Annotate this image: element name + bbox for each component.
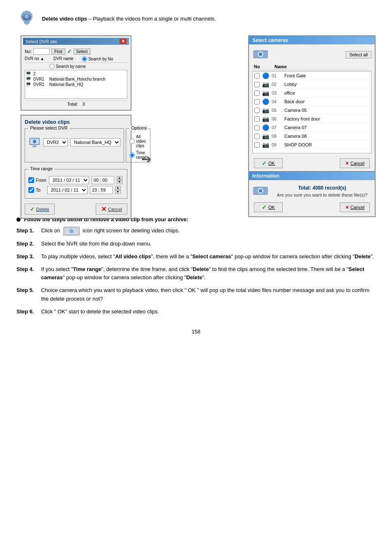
cam-checkbox-08[interactable]: [254, 134, 260, 139]
monitor-icon-dvr2: 🖥️: [26, 82, 31, 87]
step4: Step 4. If you select "Time range", dete…: [16, 265, 376, 283]
col-dvr-no: DVR no ▲: [25, 56, 45, 62]
svg-point-10: [259, 53, 262, 56]
from-time-input[interactable]: [92, 176, 114, 184]
info-ok-button[interactable]: ✓ OK: [254, 202, 283, 212]
cameras-top-row: Select all: [252, 49, 371, 61]
cam-name-09: SHOP DOOR: [284, 142, 369, 147]
cam-checkbox-01[interactable]: [254, 73, 260, 79]
cam-name-04: Back door: [284, 99, 369, 104]
cam-checkbox-07[interactable]: [254, 125, 260, 130]
dvr-list-item: 🖥️ DVR2 National Bank_HQ: [26, 82, 126, 87]
camera-table-header: No Name: [252, 63, 371, 70]
to-time-input[interactable]: [90, 186, 113, 194]
no-input[interactable]: [33, 48, 50, 55]
cam-name-05: Camera 05: [284, 108, 369, 113]
cameras-icon: [252, 49, 269, 61]
cancel-x-icon: ✕: [101, 205, 106, 213]
delete-dialog-buttons: ✓ Delete ✕ Cancel: [23, 202, 129, 216]
from-time-spinner[interactable]: ▲ ▼: [117, 176, 122, 184]
camera-row: 📷 05 Camera 05: [253, 106, 371, 115]
select-all-button[interactable]: Select all: [346, 51, 371, 58]
check-icon: ✓: [67, 48, 72, 55]
from-date-select[interactable]: 2011 / 02 / 11: [49, 176, 89, 184]
time-range-legend: Time range: [28, 166, 54, 171]
cam-checkbox-06[interactable]: [254, 116, 260, 122]
search-by-name-radio[interactable]: Search by name: [25, 64, 127, 69]
dvr-select-close[interactable]: ✕: [120, 39, 127, 44]
to-date-select[interactable]: 2011 / 02 / 11: [47, 186, 88, 194]
camera-row: 📷 08 Camera 08: [253, 132, 371, 141]
cam-no-02: 02: [272, 82, 282, 87]
info-cancel-button[interactable]: ✕ Cancel: [340, 202, 370, 212]
dvr-list-item: 🖥️ DVR1 National Bank_Hsinchu branch: [26, 76, 126, 82]
cam-icon-04: 🔵: [262, 98, 269, 105]
cameras-ok-cancel: ✓ OK ✕ Cancel: [252, 157, 371, 170]
col-name-header: Name: [274, 64, 287, 69]
dvr-total: Total: 3: [25, 100, 127, 107]
cameras-content: Select all No Name 🔵 01 Front Gate: [249, 47, 375, 171]
dvr-search-row: No: Find ✓ Select: [25, 48, 127, 55]
cam-name-08: Camera 08: [284, 134, 369, 139]
cam-icon-08: 📷: [262, 133, 269, 139]
cam-icon-05: 📷: [262, 107, 269, 114]
camera-row: 🔵 04 Back door: [253, 97, 371, 106]
info-cancel-x-icon: ✕: [345, 205, 349, 210]
camera-row: 📷 06 Factory front door: [253, 115, 371, 123]
delete-button[interactable]: ✓ Delete: [25, 204, 55, 215]
cam-checkbox-02[interactable]: [254, 82, 260, 87]
dvr-name-select[interactable]: DVR2: [43, 138, 68, 146]
cam-checkbox-03[interactable]: [254, 90, 260, 96]
camera-row: 📷 09 SHOP DOOR: [253, 141, 371, 149]
cameras-titlebar: Select cameras: [249, 36, 375, 44]
delete-dialog: Delete video clips Please select DVR: [21, 115, 131, 219]
cam-icon-07: 🔵: [262, 124, 269, 131]
dvr-select-content: No: Find ✓ Select DVR no ▲ DVR name S: [23, 46, 129, 108]
cam-icon-02: 📷: [262, 81, 269, 88]
cameras-ok-button[interactable]: ✓ OK: [254, 158, 283, 168]
info-content: Total: 4080 record(s) Are you sure you w…: [249, 183, 375, 216]
step2: Step 2. Select the NVR site from the dro…: [16, 240, 376, 248]
info-titlebar: Information: [249, 172, 375, 180]
header: Delete video clips – Playback the videos…: [16, 8, 376, 29]
to-time-spinner[interactable]: ▲ ▼: [115, 186, 121, 194]
dvr-device-icon: [28, 136, 41, 148]
cameras-cancel-button[interactable]: ✕ Cancel: [340, 158, 370, 168]
cam-checkbox-04[interactable]: [254, 99, 260, 104]
cam-icon-06: 📷: [262, 116, 269, 122]
dvr-list[interactable]: 🖥️ 2 🖥️ DVR1 National Bank_Hsinchu branc…: [25, 70, 127, 99]
svg-point-6: [33, 140, 36, 143]
all-video-clips-radio[interactable]: All video clips: [129, 134, 147, 148]
cam-checkbox-05[interactable]: [254, 108, 260, 113]
time-range-radio[interactable]: Time range: [129, 151, 147, 160]
cam-name-07: Camera 07: [284, 125, 369, 130]
delete-cancel-button[interactable]: ✕ Cancel: [96, 204, 127, 215]
from-row: From 2011 / 02 / 11 ▲ ▼: [28, 176, 124, 184]
info-text-block: Total: 4080 record(s) Are you sure you w…: [273, 185, 371, 197]
select-button[interactable]: Select: [74, 49, 91, 55]
cam-icon-01: 🔵: [262, 72, 269, 79]
find-button[interactable]: Find: [51, 49, 65, 55]
step1-num: Step 1.: [16, 227, 41, 236]
step6-text: Click " OK" start to delete the selected…: [41, 308, 376, 316]
step3: Step 3. To play multiple videos, select …: [16, 253, 376, 261]
monitor-icon-2: 🖥️: [26, 72, 31, 76]
app-icon: [16, 8, 37, 29]
step6-num: Step 6.: [16, 308, 41, 316]
dvr-location-select[interactable]: National Bank_HQ: [70, 138, 120, 146]
search-by-no-radio[interactable]: Search by No: [82, 56, 113, 62]
step4-num: Step 4.: [16, 265, 41, 283]
cam-checkbox-09[interactable]: [254, 142, 260, 148]
step2-text: Select the NVR site from the drop-down m…: [41, 240, 376, 248]
cam-icon-09: 📷: [262, 141, 269, 148]
from-label[interactable]: From: [28, 177, 46, 183]
camera-list[interactable]: 🔵 01 Front Gate 📷 02 Lobby 📷 03: [252, 71, 371, 153]
options-content: All video clips Time range: [129, 131, 147, 160]
camera-row: 📷 02 Lobby: [253, 80, 371, 89]
page-number: 158: [16, 329, 376, 335]
dvr-no-dvr1: DVR1: [33, 77, 44, 81]
cam-icon-03: 📷: [262, 90, 269, 96]
options-group: Options All video clips Time range: [126, 128, 150, 162]
to-label[interactable]: To: [28, 187, 41, 193]
header-text: Delete video clips – Playback the videos…: [42, 16, 216, 22]
